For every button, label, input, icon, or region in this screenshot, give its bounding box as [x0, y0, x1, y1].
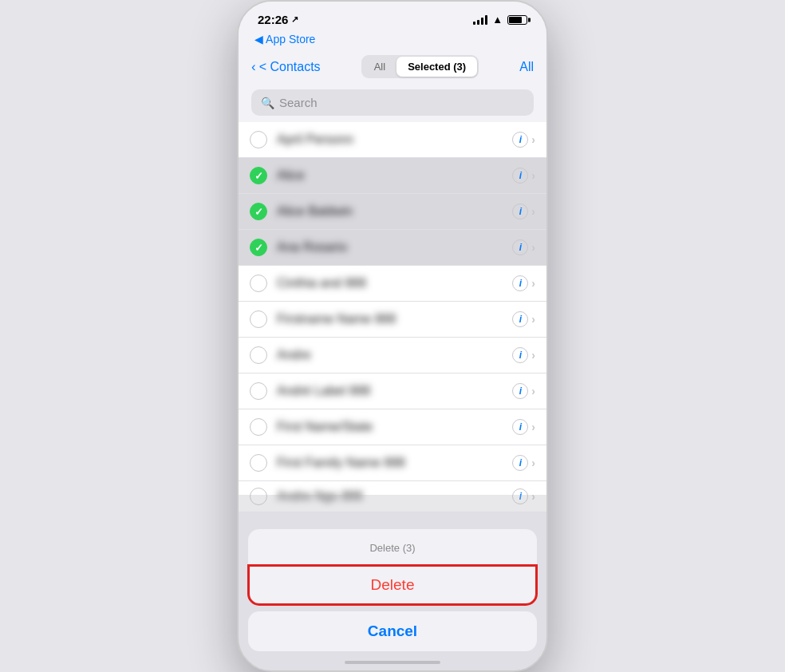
- info-icon: i: [512, 455, 528, 471]
- info-icon: i: [512, 132, 528, 148]
- info-button[interactable]: i ›: [512, 168, 535, 184]
- chevron-right-icon: ›: [531, 385, 535, 397]
- tab-selected[interactable]: Selected (3): [396, 57, 477, 77]
- contact-name: Alice Baldwin: [277, 204, 503, 219]
- cancel-button[interactable]: Cancel: [248, 611, 537, 651]
- phone-frame: 22:26 ↗ ▲ ◀ App Store ‹ < Contacts All: [237, 0, 548, 672]
- contact-name: Ana Rosario: [277, 240, 503, 255]
- contact-row[interactable]: André Label 888 i ›: [239, 374, 546, 409]
- contact-row[interactable]: Alice Baldwin i ›: [239, 194, 546, 230]
- chevron-right-icon: ›: [531, 349, 535, 362]
- info-button[interactable]: i ›: [512, 132, 535, 148]
- info-icon: i: [512, 311, 528, 327]
- info-icon: i: [512, 239, 528, 255]
- info-icon: i: [512, 419, 528, 435]
- chevron-right-icon: ›: [531, 169, 535, 182]
- contacts-back-button[interactable]: ‹ < Contacts: [251, 59, 321, 75]
- chevron-right-icon: ›: [531, 133, 535, 146]
- contact-name: First Family Name 888: [277, 456, 503, 470]
- delete-button[interactable]: Delete: [248, 565, 537, 605]
- contact-name: André Label 888: [277, 384, 503, 398]
- checkbox-checked[interactable]: [250, 167, 267, 184]
- info-icon: i: [512, 204, 528, 219]
- nav-right-label[interactable]: All: [519, 60, 534, 74]
- info-button[interactable]: i ›: [512, 204, 535, 219]
- checkbox-unchecked[interactable]: [250, 346, 267, 364]
- contact-list: April Personn i › Alice i › Alice Baldwi…: [239, 122, 546, 512]
- contact-row[interactable]: Alice i ›: [239, 158, 546, 194]
- signal-bars-icon: [473, 15, 487, 25]
- contact-row[interactable]: April Personn i ›: [239, 122, 546, 158]
- contact-row[interactable]: First Family Name 888 i ›: [239, 445, 546, 481]
- app-store-back-label: ◀ App Store: [254, 33, 315, 45]
- info-icon: i: [512, 168, 528, 184]
- tab-all[interactable]: All: [363, 57, 396, 77]
- info-button[interactable]: i ›: [512, 347, 535, 363]
- battery-icon: [507, 15, 527, 25]
- search-bar[interactable]: 🔍 Search: [251, 89, 534, 116]
- app-store-back[interactable]: ◀ App Store: [239, 31, 546, 50]
- wifi-icon: ▲: [492, 14, 503, 26]
- checkbox-unchecked[interactable]: [250, 418, 267, 436]
- status-bar: 22:26 ↗ ▲: [239, 2, 546, 31]
- checkbox-unchecked[interactable]: [250, 382, 267, 400]
- info-icon: i: [512, 383, 528, 399]
- info-button[interactable]: i ›: [512, 419, 535, 435]
- contact-row[interactable]: First Name/State i ›: [239, 409, 546, 445]
- checkbox-checked[interactable]: [250, 203, 267, 220]
- battery-fill: [509, 17, 522, 23]
- chevron-right-icon: ›: [531, 457, 535, 469]
- contact-row[interactable]: Firstname Name 888 i ›: [239, 302, 546, 338]
- search-placeholder: Search: [279, 96, 318, 109]
- location-icon: ↗: [291, 14, 298, 25]
- status-time: 22:26 ↗: [258, 13, 298, 26]
- contact-row[interactable]: Andre i ›: [239, 338, 546, 374]
- search-icon: 🔍: [261, 97, 274, 109]
- delete-label: Delete: [371, 576, 415, 593]
- checkbox-unchecked[interactable]: [250, 454, 267, 472]
- contacts-back-label: < Contacts: [259, 60, 321, 74]
- cancel-label: Cancel: [368, 623, 417, 639]
- contact-name: First Name/State: [277, 420, 503, 434]
- chevron-right-icon: ›: [531, 277, 535, 290]
- info-button[interactable]: i ›: [512, 455, 535, 471]
- info-button[interactable]: i ›: [512, 239, 535, 255]
- action-sheet-title: Delete (3): [369, 542, 415, 554]
- nav-bar: ‹ < Contacts All Selected (3) All: [239, 50, 546, 86]
- contact-name: Alice: [277, 168, 503, 183]
- chevron-right-icon: ›: [531, 421, 535, 433]
- chevron-right-icon: ›: [531, 313, 535, 326]
- info-icon: i: [512, 275, 528, 291]
- contact-name: April Personn: [277, 132, 503, 147]
- info-button[interactable]: i ›: [512, 275, 535, 291]
- contact-row[interactable]: Ana Rosario i ›: [239, 230, 546, 266]
- status-icons: ▲: [473, 14, 527, 26]
- info-button[interactable]: i ›: [512, 383, 535, 399]
- action-sheet-title-box: Delete (3): [248, 529, 537, 565]
- contact-name: Firstname Name 888: [277, 312, 503, 326]
- checkbox-unchecked[interactable]: [250, 275, 267, 292]
- chevron-right-icon: ›: [531, 241, 535, 254]
- contact-name: Cinthia and 888: [277, 276, 503, 291]
- tab-group: All Selected (3): [361, 55, 479, 78]
- time-display: 22:26: [258, 13, 288, 26]
- action-sheet: Delete (3) Delete Cancel: [248, 529, 537, 651]
- checkbox-unchecked[interactable]: [250, 310, 267, 328]
- info-icon: i: [512, 347, 528, 363]
- contact-name: Andre: [277, 348, 503, 362]
- info-button[interactable]: i ›: [512, 311, 535, 327]
- contact-row[interactable]: Cinthia and 888 i ›: [239, 266, 546, 302]
- checkbox-unchecked[interactable]: [250, 131, 267, 148]
- chevron-right-icon: ›: [531, 205, 535, 218]
- checkbox-checked[interactable]: [250, 239, 267, 256]
- back-arrow-icon: ‹: [251, 59, 256, 75]
